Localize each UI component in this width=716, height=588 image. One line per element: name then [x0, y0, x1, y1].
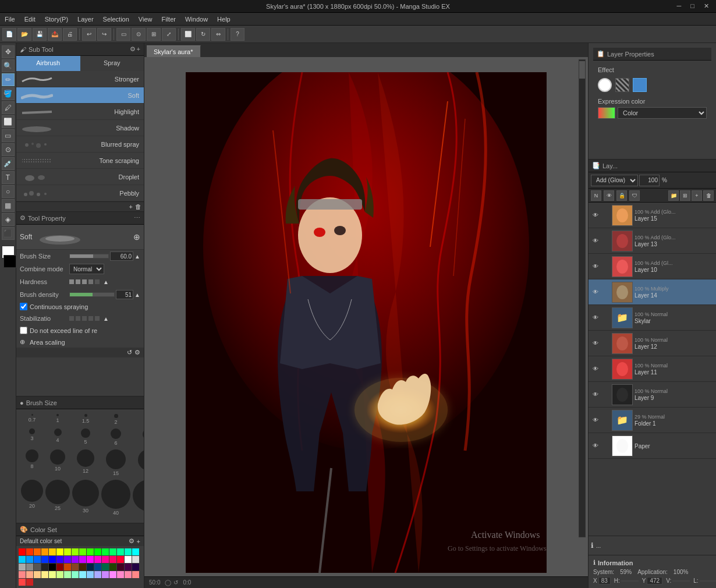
color-swatch[interactable]	[109, 556, 116, 563]
color-swatch[interactable]	[34, 564, 41, 571]
effect-pattern-icon[interactable]	[615, 78, 629, 92]
color-swatch[interactable]	[19, 556, 26, 563]
brush-size-item[interactable]: 20	[21, 480, 43, 518]
subtool-add-icon[interactable]: +	[137, 45, 140, 53]
layer-lock-toggle[interactable]	[602, 211, 610, 219]
layer-lock-toggle[interactable]	[602, 237, 610, 245]
tool-frame[interactable]: ⬛	[2, 227, 15, 240]
layer-item[interactable]: 👁📁29 % NormalFolder 1	[589, 408, 716, 433]
brush-density-stepper[interactable]: ▲	[134, 292, 140, 298]
tool-blend[interactable]: ◈	[2, 213, 15, 226]
color-swatch[interactable]	[34, 571, 41, 578]
toolbar-flip[interactable]: ⇔	[211, 28, 225, 41]
color-swatch[interactable]	[26, 556, 33, 563]
canvas-control-1[interactable]: ◯	[165, 579, 171, 586]
minimize-btn[interactable]: ─	[674, 2, 685, 10]
color-swatch[interactable]	[132, 556, 139, 563]
brush-blurred-spray[interactable]: Blurred spray	[16, 136, 144, 153]
color-swatch[interactable]	[117, 564, 124, 571]
tab-spray[interactable]: Spray	[80, 56, 144, 71]
color-swatch[interactable]	[26, 548, 33, 555]
toolprop-advanced-icon[interactable]: ⊕	[133, 232, 140, 242]
toolbar-select-rect[interactable]: ▭	[116, 28, 130, 41]
toolprop-reset-icon[interactable]: ↺	[127, 349, 132, 356]
toolbar-save[interactable]: 💾	[33, 28, 47, 41]
toolbar-scale[interactable]: ⤢	[162, 28, 176, 41]
brush-droplet[interactable]: Droplet	[16, 169, 144, 185]
brush-size-item[interactable]: 0.7	[21, 414, 43, 426]
layer-visibility-toggle[interactable]: 👁	[591, 364, 600, 374]
tool-airbrush[interactable]: ✏	[2, 73, 15, 86]
brush-size-item[interactable]: 25	[45, 480, 70, 518]
color-swatch[interactable]	[64, 548, 71, 555]
color-swatch[interactable]	[117, 556, 124, 563]
layer-lock-toggle[interactable]	[602, 442, 610, 450]
color-swatch[interactable]	[94, 556, 101, 563]
brush-size-item[interactable]: 17	[133, 449, 144, 477]
brush-size-item[interactable]: 3	[21, 428, 43, 447]
menu-filter[interactable]: Filter	[157, 15, 180, 24]
brush-size-item[interactable]: 40	[101, 480, 130, 518]
layer-new-folder[interactable]: 📁	[668, 190, 679, 201]
tool-eraser[interactable]: ⬜	[2, 115, 15, 128]
layer-protect-icon[interactable]: 🛡	[629, 190, 640, 201]
color-swatch[interactable]	[102, 564, 109, 571]
toolbar-rotate[interactable]: ↻	[196, 28, 210, 41]
color-swatch[interactable]	[87, 556, 94, 563]
color-swatch[interactable]	[79, 556, 86, 563]
tool-zoom[interactable]: 🔍	[2, 59, 15, 72]
layer-item[interactable]: 👁100 % NormalLayer 12	[589, 331, 716, 356]
brush-size-item[interactable]: 2	[101, 414, 130, 426]
color-swatch[interactable]	[26, 579, 33, 586]
tool-lasso[interactable]: ⊙	[2, 143, 15, 156]
color-swatch[interactable]	[26, 564, 33, 571]
color-swatch[interactable]	[64, 571, 71, 578]
tool-eyedropper[interactable]: 💉	[2, 157, 15, 170]
menu-story[interactable]: Story(P)	[40, 15, 73, 24]
brush-density-input[interactable]	[116, 290, 133, 299]
toolbar-new[interactable]: 📄	[2, 28, 16, 41]
tool-shape[interactable]: ○	[2, 185, 15, 198]
layer-visibility-toggle[interactable]: 👁	[591, 416, 600, 425]
color-swatch[interactable]	[109, 564, 116, 571]
menu-edit[interactable]: Edit	[20, 15, 40, 24]
color-swatch[interactable]	[102, 548, 109, 555]
tab-airbrush[interactable]: Airbrush	[16, 56, 80, 71]
color-swatch[interactable]	[49, 564, 56, 571]
toolbar-canvas-settings[interactable]: ⬜	[181, 28, 195, 41]
brush-size-input[interactable]	[110, 252, 133, 261]
color-swatch[interactable]	[132, 548, 139, 555]
brush-size-stepper-up[interactable]: ▲	[134, 253, 140, 260]
brush-delete-btn[interactable]: 🗑	[135, 203, 141, 210]
layer-lock-icon[interactable]: 🔒	[616, 190, 627, 201]
toolbar-transform[interactable]: ⊞	[147, 28, 161, 41]
subtool-settings-icon[interactable]: ⚙	[130, 45, 136, 53]
hardness-stepper[interactable]: ▲	[103, 279, 109, 285]
tool-text[interactable]: T	[2, 171, 15, 184]
color-swatch[interactable]	[125, 571, 132, 578]
brush-size-item[interactable]: 2.5	[133, 414, 144, 426]
tab-active[interactable]: Skylar's aura*	[147, 45, 201, 57]
right-info-btn[interactable]: ...	[596, 543, 601, 549]
brush-size-item[interactable]: 15	[101, 449, 130, 477]
color-swatch[interactable]	[19, 579, 26, 586]
colorset-add[interactable]: +	[137, 538, 140, 545]
color-swatch[interactable]	[56, 571, 63, 578]
stab-dots[interactable]	[69, 316, 100, 321]
brush-add-btn[interactable]: +	[129, 203, 133, 210]
layer-item[interactable]: 👁100 % Add (Gl...Layer 10	[589, 254, 716, 279]
brush-size-item[interactable]: 4	[45, 428, 70, 447]
color-swatch[interactable]	[125, 556, 132, 563]
layer-visibility-toggle[interactable]: 👁	[591, 390, 600, 399]
layer-lock-toggle[interactable]	[602, 416, 610, 424]
brush-pebbly[interactable]: Pebbly	[16, 185, 144, 201]
color-swatch[interactable]	[87, 564, 94, 571]
color-swatch[interactable]	[34, 548, 41, 555]
layer-item[interactable]: 👁100 % NormalLayer 9	[589, 382, 716, 408]
toolbar-help[interactable]: ?	[231, 28, 244, 41]
layer-lock-toggle[interactable]	[602, 365, 610, 373]
layer-visibility-toggle[interactable]: 👁	[591, 339, 600, 348]
color-swatch[interactable]	[41, 556, 48, 563]
stab-stepper[interactable]: ▲	[103, 316, 109, 322]
color-swatch[interactable]	[109, 571, 116, 578]
